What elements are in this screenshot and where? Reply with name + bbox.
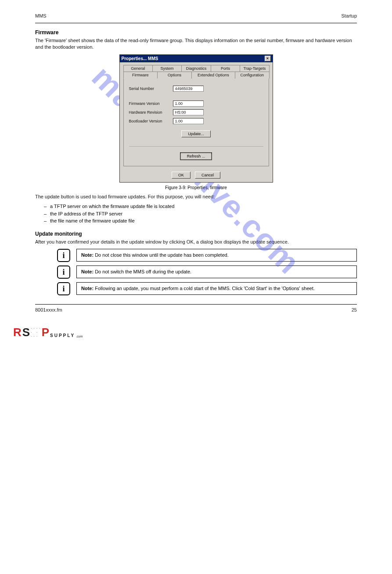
rsp-supply-logo: R S · · · ·· ·· · · P SUPPLY .com: [13, 326, 392, 339]
pick-text-2: the IP address of the TFTP server: [50, 210, 122, 218]
header-right: Startup: [342, 13, 357, 18]
header-left: MMS: [35, 13, 47, 18]
header-rule: [35, 23, 357, 23]
dialog-figure: Properties... MMS × General System Diagn…: [35, 54, 357, 183]
dash-icon: –: [44, 203, 50, 210]
footer-rule: [35, 304, 357, 305]
properties-dialog: Properties... MMS × General System Diagn…: [119, 54, 273, 183]
field-serial: 44985039: [173, 86, 204, 92]
section-update-title: Update monitoring: [35, 231, 357, 237]
info-box-1: Note: Do not close this window until the…: [76, 249, 357, 262]
cancel-button[interactable]: Cancel: [195, 172, 220, 179]
update-button[interactable]: Update...: [181, 130, 211, 137]
pick-item-3: –the file name of the firmware update fi…: [44, 217, 357, 225]
note-text-3: Following an update, you must perform a …: [95, 286, 315, 291]
logo-s: S: [22, 326, 30, 339]
note-text-1: Do not close this window until the updat…: [95, 252, 229, 258]
row-firmware-version: Firmware Version 1.00: [129, 100, 263, 107]
logo-area: R S · · · ·· ·· · · P SUPPLY .com: [0, 321, 392, 339]
tab-ports[interactable]: Ports: [211, 65, 240, 72]
note-label-2: Note:: [81, 269, 94, 274]
pick-text-3: the file name of the firmware update fil…: [50, 217, 135, 225]
refresh-button[interactable]: Refresh ...: [180, 153, 212, 160]
info-icon: i: [57, 249, 70, 262]
tab-row-2: Firmware Options Extended Options Config…: [123, 72, 269, 79]
ok-button[interactable]: OK: [172, 172, 191, 179]
figure-caption: Figure 3-9: Properties, firmware: [35, 185, 357, 190]
pick-text-1: a TFTP server on which the firmware upda…: [50, 203, 174, 210]
section-firmware-paragraph: The 'Firmware' sheet shows the data of t…: [35, 37, 357, 51]
logo-r: R: [13, 326, 22, 339]
field-firmware-version: 1.00: [173, 100, 204, 107]
dialog-panel: Serial Number 44985039 Firmware Version …: [123, 79, 269, 166]
pick-list: –a TFTP server on which the firmware upd…: [44, 203, 357, 225]
footer-left: 8001xxxx.fm: [35, 307, 62, 312]
section-update-paragraph: After you have confirmed your details in…: [35, 239, 357, 245]
note-label-1: Note:: [81, 252, 94, 258]
tab-system[interactable]: System: [152, 65, 182, 72]
row-hardware-revision: Hardware Revision HS:00: [129, 109, 263, 115]
info-icon: i: [57, 265, 70, 279]
info-box-3: Note: Following an update, you must perf…: [76, 282, 357, 295]
pick-item-1: –a TFTP server on which the firmware upd…: [44, 203, 357, 210]
label-bootloader-version: Bootloader Version: [129, 119, 173, 123]
info-box-2: Note: Do not switch the MMS off during t…: [76, 265, 357, 278]
dialog-footer: OK Cancel: [120, 169, 273, 182]
refresh-button-row: Refresh ...: [129, 153, 263, 160]
tab-firmware[interactable]: Firmware: [123, 72, 158, 79]
dialog-title: Properties... MMS: [122, 56, 158, 61]
note-label-3: Note:: [81, 286, 94, 291]
pick-item-2: –the IP address of the TFTP server: [44, 210, 357, 218]
tab-configuration[interactable]: Configuration: [235, 72, 270, 79]
page-footer: 8001xxxx.fm 25: [35, 307, 357, 312]
logo-dots-icon: · · · ·· ·· · ·: [31, 326, 41, 338]
document-page: manualshive.com MMS Startup Firmware The…: [0, 0, 392, 321]
tab-container: General System Diagnostics Ports Trap-Ta…: [120, 62, 273, 79]
section-firmware-title: Firmware: [35, 29, 357, 36]
info-note-3: i Note: Following an update, you must pe…: [35, 282, 357, 295]
tab-diagnostics[interactable]: Diagnostics: [181, 65, 211, 72]
dash-icon: –: [44, 210, 50, 218]
row-bootloader-version: Bootloader Version 1.00: [129, 118, 263, 124]
note-text-2: Do not switch the MMS off during the upd…: [95, 269, 191, 274]
tab-general[interactable]: General: [123, 65, 153, 72]
logo-com: .com: [76, 335, 83, 338]
dash-icon: –: [44, 217, 50, 225]
page-header: MMS Startup: [35, 13, 357, 18]
dialog-titlebar: Properties... MMS ×: [120, 55, 273, 62]
tab-trap-targets[interactable]: Trap-Targets: [240, 65, 269, 72]
field-bootloader-version: 1.00: [173, 118, 204, 124]
field-hardware-revision: HS:00: [173, 109, 204, 115]
info-note-2: i Note: Do not switch the MMS off during…: [35, 265, 357, 279]
tab-options[interactable]: Options: [157, 72, 192, 79]
info-icon: i: [57, 282, 70, 295]
row-serial: Serial Number 44985039: [129, 86, 263, 92]
label-hardware-revision: Hardware Revision: [129, 110, 173, 115]
info-note-1: i Note: Do not close this window until t…: [35, 249, 357, 262]
picks-intro: The update button is used to load firmwa…: [35, 194, 357, 200]
label-firmware-version: Firmware Version: [129, 101, 173, 106]
panel-divider: [129, 146, 263, 147]
footer-right: 25: [352, 307, 357, 312]
logo-supply: SUPPLY: [50, 333, 75, 338]
logo-p: P: [42, 326, 49, 339]
label-serial: Serial Number: [129, 86, 173, 91]
tab-extended-options[interactable]: Extended Options: [191, 72, 235, 79]
tab-row-1: General System Diagnostics Ports Trap-Ta…: [123, 65, 269, 72]
close-icon[interactable]: ×: [265, 56, 271, 61]
update-button-row: Update...: [129, 130, 263, 137]
